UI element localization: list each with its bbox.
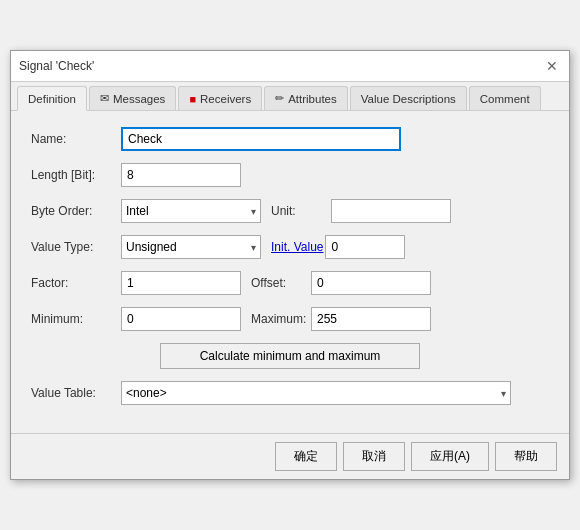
name-label: Name: (31, 132, 121, 146)
tab-comment[interactable]: Comment (469, 86, 541, 110)
init-value-input[interactable] (325, 235, 405, 259)
valuetype-init-row: Value Type: Unsigned Signed Float Double… (31, 235, 549, 259)
footer: 确定 取消 应用(A) 帮助 (11, 433, 569, 479)
tab-receivers[interactable]: ■ Receivers (178, 86, 262, 110)
window-title: Signal 'Check' (19, 59, 94, 73)
value-table-row: Value Table: <none> (31, 381, 549, 405)
byte-order-label: Byte Order: (31, 204, 121, 218)
unit-input[interactable] (331, 199, 451, 223)
title-bar: Signal 'Check' ✕ (11, 51, 569, 82)
value-table-select-wrapper: <none> (121, 381, 511, 405)
factor-input[interactable] (121, 271, 241, 295)
tab-messages-label: Messages (113, 93, 165, 105)
tab-attributes-label: Attributes (288, 93, 337, 105)
tab-value-descriptions[interactable]: Value Descriptions (350, 86, 467, 110)
value-table-select[interactable]: <none> (121, 381, 511, 405)
minimum-label: Minimum: (31, 312, 121, 326)
tab-definition[interactable]: Definition (17, 86, 87, 111)
close-button[interactable]: ✕ (543, 57, 561, 75)
length-input[interactable] (121, 163, 241, 187)
messages-icon: ✉ (100, 92, 109, 105)
name-row: Name: (31, 127, 549, 151)
init-value-link[interactable]: Init. Value (271, 240, 323, 254)
tab-messages[interactable]: ✉ Messages (89, 86, 176, 110)
main-window: Signal 'Check' ✕ Definition ✉ Messages ■… (10, 50, 570, 480)
apply-button[interactable]: 应用(A) (411, 442, 489, 471)
unit-label: Unit: (271, 204, 331, 218)
value-type-select-wrapper: Unsigned Signed Float Double (121, 235, 261, 259)
byteorder-unit-row: Byte Order: Intel Motorola Unit: (31, 199, 549, 223)
factor-offset-row: Factor: Offset: (31, 271, 549, 295)
maximum-label: Maximum: (251, 312, 311, 326)
value-table-label: Value Table: (31, 386, 121, 400)
form-content: Name: Length [Bit]: Byte Order: Intel Mo… (11, 111, 569, 433)
offset-input[interactable] (311, 271, 431, 295)
byte-order-select-wrapper: Intel Motorola (121, 199, 261, 223)
receivers-icon: ■ (189, 93, 196, 105)
help-button[interactable]: 帮助 (495, 442, 557, 471)
length-row: Length [Bit]: (31, 163, 549, 187)
tab-receivers-label: Receivers (200, 93, 251, 105)
offset-label: Offset: (251, 276, 311, 290)
factor-label: Factor: (31, 276, 121, 290)
byte-order-select[interactable]: Intel Motorola (121, 199, 261, 223)
tab-attributes[interactable]: ✏ Attributes (264, 86, 348, 110)
tab-bar: Definition ✉ Messages ■ Receivers ✏ Attr… (11, 82, 569, 111)
tab-value-descriptions-label: Value Descriptions (361, 93, 456, 105)
min-max-row: Minimum: Maximum: (31, 307, 549, 331)
name-input[interactable] (121, 127, 401, 151)
length-label: Length [Bit]: (31, 168, 121, 182)
value-type-select[interactable]: Unsigned Signed Float Double (121, 235, 261, 259)
tab-definition-label: Definition (28, 93, 76, 105)
calculate-button[interactable]: Calculate minimum and maximum (160, 343, 420, 369)
minimum-input[interactable] (121, 307, 241, 331)
cancel-button[interactable]: 取消 (343, 442, 405, 471)
confirm-button[interactable]: 确定 (275, 442, 337, 471)
value-type-label: Value Type: (31, 240, 121, 254)
tab-comment-label: Comment (480, 93, 530, 105)
maximum-input[interactable] (311, 307, 431, 331)
attributes-icon: ✏ (275, 92, 284, 105)
